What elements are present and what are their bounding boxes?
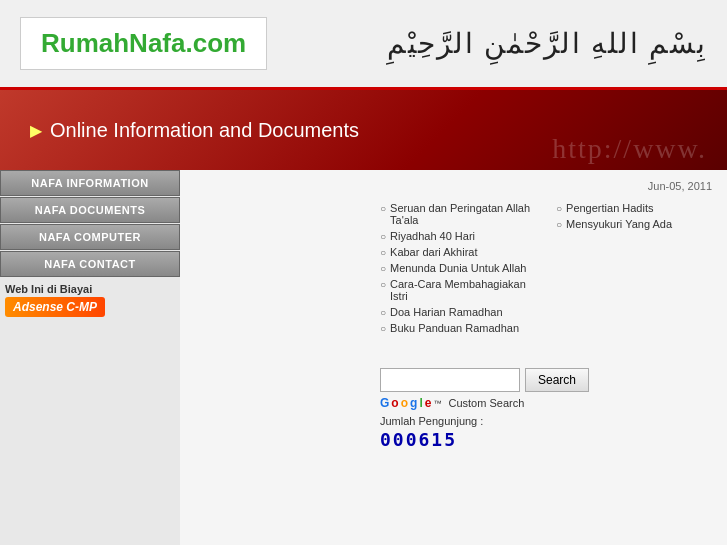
search-button[interactable]: Search [525, 368, 589, 392]
arabic-bismillah: بِسْمِ اللهِ الرَّحْمٰنِ الرَّحِيْمِ [387, 27, 707, 60]
bullet-icon: ○ [556, 219, 562, 230]
banner-title: Online Information and Documents [50, 119, 359, 142]
search-input[interactable] [380, 368, 520, 392]
web-biayai-label: Web Ini di Biayai [5, 283, 175, 295]
nav-item-contact[interactable]: NAFA CONTACT [0, 251, 180, 277]
nav-item-computer[interactable]: NAFA COMPUTER [0, 224, 180, 250]
bullet-icon: ○ [380, 263, 386, 274]
bullet-icon: ○ [380, 231, 386, 242]
bullet-icon: ○ [556, 203, 562, 214]
articles-container: ○ Seruan dan Peringatan Allah Ta'ala ○ R… [380, 202, 712, 338]
bullet-icon: ○ [380, 323, 386, 334]
nav-item-documents[interactable]: NAFA DOCUMENTS [0, 197, 180, 223]
list-item: ○ Kabar dari Akhirat [380, 246, 536, 258]
list-item: ○ Pengertian Hadits [556, 202, 712, 214]
left-column: NAFA INFORMATION NAFA DOCUMENTS NAFA COM… [0, 170, 180, 545]
article-link[interactable]: Doa Harian Ramadhan [390, 306, 503, 318]
custom-search-text: Custom Search [448, 397, 524, 409]
article-link[interactable]: Seruan dan Peringatan Allah Ta'ala [390, 202, 536, 226]
visitor-count-display: 000615 [380, 429, 712, 450]
list-item: ○ Menunda Dunia Untuk Allah [380, 262, 536, 274]
search-form: Search [380, 368, 712, 392]
search-area: Search Google™ Custom Search Jumlah Peng… [380, 358, 712, 450]
banner-arrow-icon: ▶ [30, 121, 42, 140]
banner-content: ▶ Online Information and Documents [30, 119, 359, 142]
list-item: ○ Doa Harian Ramadhan [380, 306, 536, 318]
article-link[interactable]: Pengertian Hadits [566, 202, 653, 214]
google-brand: G [380, 396, 389, 410]
list-item: ○ Riyadhah 40 Hari [380, 230, 536, 242]
trademark-symbol: ™ [433, 399, 441, 408]
adsense-badge[interactable]: Adsense C-MP [5, 297, 105, 317]
articles-col1: ○ Seruan dan Peringatan Allah Ta'ala ○ R… [380, 202, 536, 338]
bullet-icon: ○ [380, 203, 386, 214]
bullet-icon: ○ [380, 247, 386, 258]
main-layout: NAFA INFORMATION NAFA DOCUMENTS NAFA COM… [0, 170, 727, 545]
article-link[interactable]: Buku Panduan Ramadhan [390, 322, 519, 334]
visitor-count-label: Jumlah Pengunjung : [380, 415, 712, 427]
article-link[interactable]: Mensyukuri Yang Ada [566, 218, 672, 230]
banner-url-watermark: http://www. [552, 133, 707, 165]
google-custom-search-label: Google™ Custom Search [380, 396, 712, 410]
content-area: Jun-05, 2011 ○ Seruan dan Peringatan All… [365, 170, 727, 545]
nav-item-information[interactable]: NAFA INFORMATION [0, 170, 180, 196]
bullet-icon: ○ [380, 279, 386, 290]
sidebar-ads: Web Ini di Biayai Adsense C-MP [0, 278, 180, 322]
article-link[interactable]: Riyadhah 40 Hari [390, 230, 475, 242]
right-column: Jun-05, 2011 ○ Seruan dan Peringatan All… [180, 170, 727, 545]
list-item: ○ Cara-Cara Membahagiakan Istri [380, 278, 536, 302]
banner-section: ▶ Online Information and Documents http:… [0, 90, 727, 170]
site-logo[interactable]: RumahNafa.com [20, 17, 267, 70]
list-item: ○ Mensyukuri Yang Ada [556, 218, 712, 230]
article-link[interactable]: Cara-Cara Membahagiakan Istri [390, 278, 536, 302]
navigation-bar: NAFA INFORMATION NAFA DOCUMENTS NAFA COM… [0, 170, 180, 278]
date-display: Jun-05, 2011 [380, 175, 712, 192]
articles-col2: ○ Pengertian Hadits ○ Mensyukuri Yang Ad… [556, 202, 712, 338]
list-item: ○ Buku Panduan Ramadhan [380, 322, 536, 334]
list-item: ○ Seruan dan Peringatan Allah Ta'ala [380, 202, 536, 226]
bullet-icon: ○ [380, 307, 386, 318]
article-link[interactable]: Menunda Dunia Untuk Allah [390, 262, 526, 274]
article-link[interactable]: Kabar dari Akhirat [390, 246, 477, 258]
page-header: RumahNafa.com بِسْمِ اللهِ الرَّحْمٰنِ ا… [0, 0, 727, 90]
